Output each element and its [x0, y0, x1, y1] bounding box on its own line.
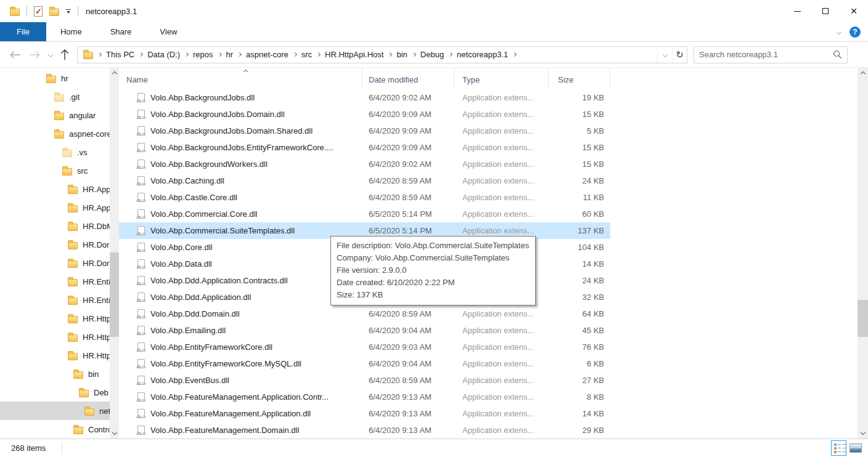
tree-item-hr.dbm[interactable]: HR.DbM	[0, 217, 110, 235]
tree-item-hr.dor[interactable]: HR.Dor	[0, 235, 110, 254]
folder-icon	[68, 261, 78, 268]
tooltip-line: File description: Volo.Abp.Commercial.Su…	[337, 240, 529, 252]
up-button[interactable]	[60, 49, 69, 60]
tree-item-hr.enti[interactable]: HR.Enti	[0, 272, 110, 291]
file-row[interactable]: Volo.Abp.EventBus.dll 6/4/2020 8:59 AM A…	[119, 372, 610, 389]
dll-file-icon	[137, 309, 145, 318]
help-icon[interactable]: ?	[850, 26, 861, 38]
dll-file-icon	[137, 293, 145, 302]
column-header-size[interactable]: Size	[549, 68, 610, 89]
tab-share[interactable]: Share	[96, 22, 146, 41]
scroll-up-icon[interactable]	[110, 69, 119, 79]
sidebar-scrollbar-thumb[interactable]	[110, 253, 119, 337]
current-folder-icon	[83, 52, 93, 59]
column-header-name[interactable]: Name	[119, 68, 362, 89]
tree-item-hr[interactable]: hr	[0, 69, 110, 87]
tree-item-src[interactable]: src	[0, 161, 110, 180]
file-row[interactable]: Volo.Abp.BackgroundJobs.Domain.dll 6/4/2…	[119, 106, 610, 123]
tab-file[interactable]: File	[0, 22, 46, 41]
file-list-scrollbar-thumb[interactable]	[858, 300, 868, 337]
file-row[interactable]: Volo.Abp.FeatureManagement.Application.d…	[119, 405, 610, 422]
tree-item-git[interactable]: .git	[0, 87, 110, 106]
column-header-type[interactable]: Type	[454, 68, 549, 89]
breadcrumb-item[interactable]: netcoreapp3.1	[457, 50, 508, 59]
window-controls: ×	[783, 0, 868, 22]
close-button[interactable]: ×	[840, 0, 868, 22]
file-row[interactable]: Volo.Abp.Emailing.dll 6/4/2020 9:04 AM A…	[119, 322, 610, 339]
sidebar-scrollbar[interactable]	[110, 68, 119, 439]
tree-item-hr.http[interactable]: HR.Http	[0, 309, 110, 328]
breadcrumb-item[interactable]: aspnet-core	[246, 50, 289, 59]
file-row[interactable]: Volo.Abp.EntityFrameworkCore.dll 6/4/202…	[119, 339, 610, 355]
dll-file-icon	[137, 110, 145, 119]
tree-item-contro[interactable]: Contro	[0, 420, 110, 439]
file-list-scrollbar[interactable]	[858, 68, 868, 439]
details-view-button[interactable]	[831, 440, 846, 456]
file-row[interactable]: Volo.Abp.FeatureManagement.Application.C…	[119, 389, 610, 405]
forward-button[interactable]	[29, 51, 41, 59]
ribbon-tab-bar: FileHomeShareView ?	[0, 22, 868, 42]
tree-item-aspnet-core[interactable]: aspnet-core	[0, 124, 110, 143]
new-folder-icon[interactable]	[49, 9, 59, 16]
tree-item-deb[interactable]: Deb	[0, 383, 110, 402]
scroll-down-icon[interactable]	[858, 427, 868, 437]
status-bar: 268 items	[0, 439, 868, 457]
breadcrumb-item[interactable]: Debug	[420, 50, 444, 59]
properties-check-icon[interactable]: ✓	[34, 6, 43, 17]
tree-item-net[interactable]: net	[0, 402, 110, 420]
tree-item-hr.app[interactable]: HR.App	[0, 180, 110, 198]
maximize-button[interactable]	[811, 0, 840, 22]
file-row[interactable]: Volo.Abp.EntityFrameworkCore.MySQL.dll 6…	[119, 355, 610, 372]
tree-item-hr.app[interactable]: HR.App	[0, 198, 110, 217]
folder-icon	[68, 279, 78, 286]
breadcrumb-item[interactable]: This PC	[106, 50, 134, 59]
tab-home[interactable]: Home	[46, 22, 96, 41]
tab-view[interactable]: View	[145, 22, 191, 41]
breadcrumb-item[interactable]: HR.HttpApi.Host	[325, 50, 383, 59]
tree-item-hr.dor[interactable]: HR.Dor	[0, 254, 110, 272]
file-row[interactable]: Volo.Abp.BackgroundWorkers.dll 6/4/2020 …	[119, 156, 610, 172]
minimize-button[interactable]	[783, 0, 811, 22]
expand-ribbon-chevron-icon[interactable]	[837, 29, 841, 34]
file-row[interactable]: Volo.Abp.BackgroundJobs.EntityFrameworkC…	[119, 139, 610, 156]
back-button[interactable]	[9, 51, 21, 59]
breadcrumb-item[interactable]: src	[301, 50, 312, 59]
tree-item-hr.http[interactable]: HR.Http	[0, 328, 110, 346]
breadcrumb-chevron-icon	[512, 52, 517, 57]
breadcrumb-item[interactable]: Data (D:)	[147, 50, 180, 59]
tree-item-hr.http[interactable]: HR.Http	[0, 346, 110, 365]
search-icon[interactable]	[833, 50, 842, 59]
refresh-button[interactable]: ↻	[672, 47, 687, 63]
customize-toolbar-caret-icon[interactable]	[66, 9, 71, 14]
recent-locations-chevron-icon[interactable]	[48, 52, 53, 57]
file-row[interactable]: Volo.Abp.Castle.Core.dll 6/4/2020 8:59 A…	[119, 189, 610, 206]
large-icons-view-button[interactable]	[850, 443, 862, 453]
file-row[interactable]: Volo.Abp.BackgroundJobs.dll 6/4/2020 9:0…	[119, 89, 610, 106]
column-header-date-modified[interactable]: Date modified	[362, 68, 454, 89]
column-headers: Name Date modified Type Size	[119, 68, 610, 89]
tree-item-angular[interactable]: angular	[0, 106, 110, 124]
tree-item-hr.enti[interactable]: HR.Enti	[0, 291, 110, 309]
breadcrumb-item[interactable]: repos	[193, 50, 213, 59]
tooltip-line: Size: 137 KB	[337, 289, 529, 301]
address-box[interactable]: This PCData (D:)reposhraspnet-coresrcHR.…	[77, 46, 687, 63]
file-row[interactable]: Volo.Abp.FeatureManagement.Domain.dll 6/…	[119, 422, 610, 439]
breadcrumb-item[interactable]: bin	[396, 50, 407, 59]
dll-file-icon	[137, 226, 145, 235]
scroll-down-icon[interactable]	[110, 427, 119, 437]
file-row[interactable]: Volo.Abp.Ddd.Domain.dll 6/4/2020 8:59 AM…	[119, 305, 610, 322]
folder-icon	[68, 242, 78, 249]
tree-item-bin[interactable]: bin	[0, 365, 110, 383]
folder-icon	[54, 131, 64, 139]
tree-item-vs[interactable]: .vs	[0, 143, 110, 161]
scroll-up-icon[interactable]	[858, 69, 868, 79]
search-input[interactable]	[699, 50, 833, 59]
file-info-tooltip: File description: Volo.Abp.Commercial.Su…	[330, 236, 536, 305]
file-row[interactable]: Volo.Abp.BackgroundJobs.Domain.Shared.dl…	[119, 123, 610, 139]
folder-icon	[46, 76, 56, 83]
breadcrumb-item[interactable]: hr	[226, 50, 234, 59]
dll-file-icon	[137, 209, 145, 219]
file-row[interactable]: Volo.Abp.Commercial.Core.dll 6/5/2020 5:…	[119, 206, 610, 222]
address-dropdown-button[interactable]	[657, 47, 672, 63]
file-row[interactable]: Volo.Abp.Caching.dll 6/4/2020 8:59 AM Ap…	[119, 172, 610, 189]
